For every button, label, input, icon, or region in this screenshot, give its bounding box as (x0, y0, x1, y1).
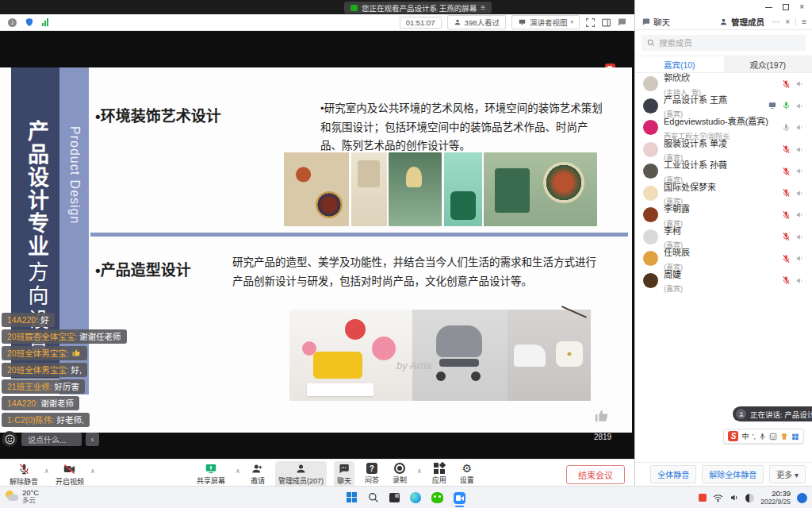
speaker-icon[interactable] (795, 145, 804, 154)
edge-browser-icon[interactable] (410, 492, 421, 503)
chat-input[interactable]: 说点什么... (21, 433, 82, 446)
member-row[interactable]: 任晓辰(嘉宾) (635, 248, 812, 270)
speaker-icon[interactable] (795, 254, 804, 263)
mic-off-icon[interactable] (782, 123, 791, 133)
unmute-all-button[interactable]: 解除全体静音 (702, 465, 764, 483)
collapse-chat-icon[interactable]: ‹ (86, 433, 99, 446)
speaker-icon[interactable] (795, 102, 804, 110)
wifi-icon[interactable] (713, 494, 723, 502)
panel-more-icon[interactable]: ··· (772, 17, 779, 26)
speaker-avatar (736, 409, 746, 419)
speaker-icon[interactable] (795, 79, 804, 88)
separator (795, 17, 796, 26)
share-screen-button[interactable]: 共享屏幕 (193, 461, 228, 487)
member-search[interactable] (642, 35, 806, 51)
ime-punct-toggle[interactable]: ’, (753, 433, 756, 441)
tab-audience[interactable]: 观众(197) (724, 56, 812, 72)
record-options-chevron[interactable]: ∧ (417, 468, 422, 475)
wechat-icon[interactable] (431, 492, 443, 503)
fullscreen-icon[interactable] (585, 17, 596, 28)
speaker-icon[interactable] (795, 210, 804, 219)
speaker-icon[interactable] (795, 233, 804, 241)
start-video-button[interactable]: 开启视频 (52, 461, 87, 488)
section2-body: 研究产品的造型、美学及功能性，并结合当今人们生活的需求和生活方式进行产品创新设计… (232, 253, 605, 291)
ime-skin-icon[interactable] (780, 433, 788, 441)
tray-sogou-icon[interactable] (699, 494, 707, 502)
chat-bubble-icon[interactable] (617, 17, 626, 27)
watermark: by Arria (396, 360, 431, 371)
mic-muted-icon[interactable] (782, 167, 791, 176)
end-meeting-button[interactable]: 结束会议 (566, 465, 625, 484)
mic-options-chevron[interactable]: ∧ (44, 468, 49, 475)
speaker-icon[interactable] (795, 123, 804, 132)
mic-muted-icon[interactable] (782, 144, 791, 154)
panel-close-tab-icon[interactable]: × (785, 17, 790, 26)
share-options-chevron[interactable]: ∧ (236, 468, 240, 475)
layout-icon[interactable] (601, 17, 611, 28)
network-signal-icon[interactable] (42, 18, 48, 26)
member-row[interactable]: 周婕(嘉宾) (635, 270, 812, 292)
taskbar-search-icon[interactable] (368, 492, 379, 503)
like-button[interactable] (593, 407, 611, 425)
search-input[interactable] (659, 38, 794, 48)
chat-message: 20班全体男宝宝:好, (2, 363, 87, 377)
close-button[interactable]: × (799, 3, 804, 11)
ime-emoji-icon[interactable] (769, 433, 777, 441)
taskbar-app-icon[interactable] (389, 493, 400, 502)
manage-members-button[interactable]: 管理成员(207) (275, 461, 327, 487)
shield-icon[interactable] (25, 17, 34, 27)
member-row[interactable]: 国际处保梦来(嘉宾) (635, 183, 812, 205)
taskbar-weather[interactable]: 20°C 多云 (5, 488, 39, 505)
taskbar-clock[interactable]: 20:39 2022/9/25 (760, 490, 791, 506)
more-button[interactable]: 更多 ▾ (769, 465, 806, 483)
video-options-chevron[interactable]: ∧ (90, 468, 95, 475)
member-row[interactable]: 李朝露(嘉宾) (635, 204, 812, 226)
watch-banner[interactable]: 您正在观看产品设计系 王燕的屏幕 ≡ (344, 2, 492, 13)
chat-message: 20班全体男宝宝: (2, 346, 87, 360)
emoji-button[interactable] (2, 431, 17, 447)
speaker-icon[interactable] (795, 167, 804, 175)
mic-muted-icon[interactable] (782, 275, 791, 285)
record-button[interactable]: 录制 (389, 461, 410, 487)
info-icon[interactable]: i (8, 18, 17, 27)
section1-heading: •环境装饰艺术设计 (95, 104, 221, 125)
battery-icon[interactable] (745, 494, 754, 502)
volume-icon[interactable] (730, 493, 739, 502)
tab-chat[interactable]: 聊天 (635, 16, 676, 28)
mic-muted-icon[interactable] (782, 79, 791, 89)
meeting-app-icon[interactable] (454, 492, 465, 504)
view-mode-select[interactable]: 演讲者视图 ▾ (511, 15, 580, 29)
notification-badge[interactable] (797, 493, 807, 503)
mic-muted-icon[interactable] (782, 188, 791, 198)
mute-all-button[interactable]: 全体静音 (650, 465, 696, 483)
sogou-logo-icon[interactable]: S (728, 431, 738, 441)
ime-toolbar[interactable]: S 中 ’, (723, 429, 804, 444)
banner-menu-icon[interactable]: ≡ (481, 3, 485, 12)
settings-button[interactable]: ⚙ 设置 (457, 461, 477, 487)
maximize-button[interactable] (783, 4, 789, 10)
mic-muted-icon[interactable] (782, 232, 791, 241)
qa-button[interactable]: ? 问答 (362, 461, 382, 487)
panel-menu-icon[interactable]: ≡ (802, 17, 806, 26)
mic-muted-icon[interactable] (782, 210, 791, 220)
chat-message: 21班王业修:好厉害 (2, 379, 85, 394)
apps-button[interactable]: 应用 (429, 461, 450, 487)
chat-button[interactable]: 聊天 (334, 461, 354, 487)
invite-button[interactable]: 邀请 (247, 461, 268, 487)
top-bar: 您正在观看产品设计系 王燕的屏幕 ≡ (0, 0, 634, 14)
speaker-icon[interactable] (795, 276, 804, 285)
photo-handbags (484, 152, 597, 226)
ime-toolbox-icon[interactable] (791, 433, 799, 441)
mic-muted-icon[interactable] (782, 254, 791, 264)
unmute-button[interactable]: 解除静音 (6, 461, 41, 488)
ime-lang-toggle[interactable]: 中 (741, 431, 749, 441)
minimize-button[interactable] (765, 7, 772, 8)
tab-members[interactable]: 管理成员 (713, 16, 771, 28)
speaker-icon[interactable] (795, 189, 804, 198)
member-row[interactable]: 李柯(嘉宾) (635, 226, 812, 248)
member-row[interactable]: 工业设计系 孙薇(嘉宾) (635, 160, 812, 183)
start-button[interactable] (347, 492, 358, 503)
ime-mic-icon[interactable] (759, 433, 766, 441)
mic-on-icon[interactable] (782, 101, 791, 110)
viewer-count[interactable]: 398人看过 (447, 15, 506, 29)
